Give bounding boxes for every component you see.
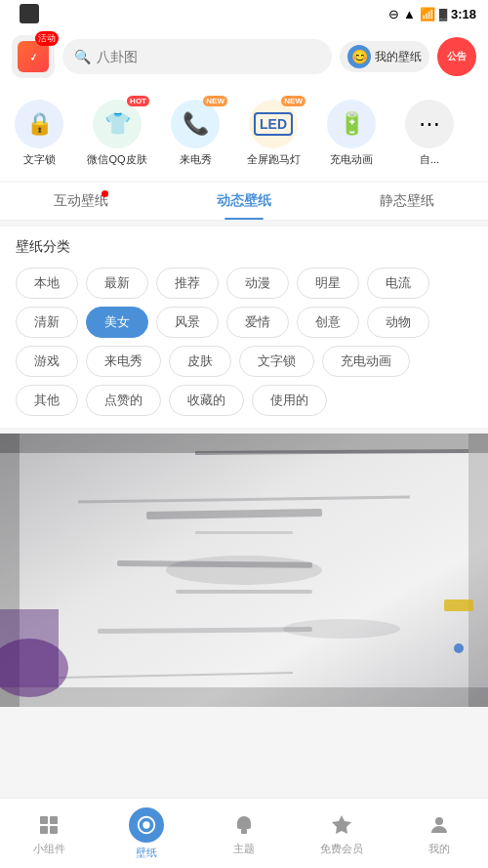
nav-mine[interactable]: 我的 <box>390 811 488 856</box>
announce-label: 公告 <box>447 50 467 63</box>
nav-wallpaper-label: 壁纸 <box>136 846 157 860</box>
svg-rect-20 <box>50 816 58 824</box>
svg-rect-4 <box>468 434 488 707</box>
cat-charge[interactable]: 🔋 充电动画 <box>312 96 390 171</box>
tag-star[interactable]: 明星 <box>297 268 359 299</box>
svg-point-25 <box>435 817 443 825</box>
tab-interactive[interactable]: 互动壁纸 <box>0 183 163 220</box>
tag-electric[interactable]: 电流 <box>367 268 429 299</box>
user-button[interactable]: 😊 我的壁纸 <box>340 41 429 72</box>
svg-rect-12 <box>444 599 473 611</box>
theme-icon <box>230 811 258 839</box>
nav-widget-label: 小组件 <box>33 842 65 856</box>
cat-lock[interactable]: 🔒 文字锁 <box>0 96 78 171</box>
svg-rect-11 <box>0 609 59 687</box>
nav-wallpaper[interactable]: 壁纸 <box>98 807 195 860</box>
tag-scenery[interactable]: 风景 <box>156 307 219 338</box>
tag-creative[interactable]: 创意 <box>297 307 359 338</box>
tab-static[interactable]: 静态壁纸 <box>325 183 488 220</box>
vip-icon <box>328 811 355 839</box>
tags-grid: 本地 最新 推荐 动漫 明星 电流 清新 美女 风景 爱情 创意 动物 游戏 来… <box>16 268 472 416</box>
logo-box[interactable]: ✓ 活动 <box>12 35 55 78</box>
battery-icon: ▓ <box>439 8 447 20</box>
svg-point-13 <box>454 643 464 653</box>
svg-point-23 <box>142 821 149 828</box>
status-bar: ⊖ ▲ 📶 ▓ 3:18 <box>0 0 488 27</box>
wifi-icon: ▲ <box>403 7 416 21</box>
announce-button[interactable]: 公告 <box>437 37 476 76</box>
tag-newest[interactable]: 最新 <box>86 268 148 299</box>
tag-love[interactable]: 爱情 <box>226 307 289 338</box>
nav-mine-label: 我的 <box>428 842 450 856</box>
tab-dynamic[interactable]: 动态壁纸 <box>163 183 326 220</box>
signal-icon: 📶 <box>420 7 435 21</box>
cat-led[interactable]: LED NEW 全屏跑马灯 <box>234 96 312 171</box>
search-icon: 🔍 <box>74 49 91 64</box>
search-input[interactable] <box>97 49 320 64</box>
user-avatar: 😊 <box>347 45 371 68</box>
section-title: 壁纸分类 <box>16 238 472 256</box>
user-label: 我的壁纸 <box>375 49 422 65</box>
tag-liked[interactable]: 点赞的 <box>86 385 161 416</box>
tag-collected[interactable]: 收藏的 <box>169 385 244 416</box>
cat-wechat[interactable]: 👕 HOT 微信QQ皮肤 <box>78 96 156 171</box>
wallpaper-icon <box>129 807 164 843</box>
category-row: 🔒 文字锁 👕 HOT 微信QQ皮肤 📞 NEW 来电秀 LED NEW 全屏跑… <box>0 86 488 181</box>
svg-rect-22 <box>50 826 58 834</box>
new-badge-call: NEW <box>203 96 227 106</box>
bottom-nav: 小组件 壁纸 主题 免费会员 <box>0 798 488 868</box>
svg-rect-24 <box>241 829 247 834</box>
tag-wordlock[interactable]: 文字锁 <box>239 346 314 377</box>
tag-fresh[interactable]: 清新 <box>16 307 78 338</box>
tag-recommend[interactable]: 推荐 <box>156 268 219 299</box>
svg-rect-9 <box>195 531 293 534</box>
nav-widget[interactable]: 小组件 <box>0 811 98 856</box>
logo-badge: 活动 <box>35 31 59 46</box>
widget-icon <box>35 811 62 839</box>
tabs-bar: 互动壁纸 动态壁纸 静态壁纸 <box>0 183 488 221</box>
nav-theme[interactable]: 主题 <box>195 811 293 856</box>
svg-point-18 <box>283 619 400 639</box>
hot-badge: HOT <box>127 96 149 106</box>
tag-beauty[interactable]: 美女 <box>86 307 148 338</box>
svg-point-17 <box>166 556 322 585</box>
svg-line-16 <box>195 451 468 453</box>
tag-anime[interactable]: 动漫 <box>226 268 289 299</box>
dnd-icon: ⊖ <box>388 7 399 21</box>
tag-animal[interactable]: 动物 <box>367 307 429 338</box>
search-bar[interactable]: 🔍 <box>62 39 332 74</box>
svg-rect-2 <box>0 687 488 707</box>
status-time: 3:18 <box>451 7 476 21</box>
cat-call[interactable]: 📞 NEW 来电秀 <box>156 96 234 171</box>
new-badge-led: NEW <box>281 96 305 106</box>
nav-vip-label: 免费会员 <box>320 842 363 856</box>
tag-callshow[interactable]: 来电秀 <box>86 346 161 377</box>
preview-svg <box>0 434 488 707</box>
tag-charge-anim[interactable]: 充电动画 <box>322 346 410 377</box>
nav-theme-label: 主题 <box>233 842 255 856</box>
tag-game[interactable]: 游戏 <box>16 346 78 377</box>
nav-vip[interactable]: 免费会员 <box>293 811 390 856</box>
tag-other[interactable]: 其他 <box>16 385 78 416</box>
preview-area[interactable] <box>0 434 488 707</box>
tag-used[interactable]: 使用的 <box>252 385 327 416</box>
svg-rect-19 <box>40 816 48 824</box>
tag-local[interactable]: 本地 <box>16 268 78 299</box>
status-icons: ⊖ ▲ 📶 ▓ 3:18 <box>388 7 476 21</box>
cat-more[interactable]: ⋯ 自... <box>390 96 468 171</box>
mine-icon <box>426 811 453 839</box>
svg-rect-7 <box>176 590 312 594</box>
tag-skin[interactable]: 皮肤 <box>169 346 231 377</box>
svg-rect-21 <box>40 826 48 834</box>
header: ✓ 活动 🔍 😊 我的壁纸 公告 <box>0 27 488 86</box>
wallpaper-section: 壁纸分类 本地 最新 推荐 动漫 明星 电流 清新 美女 风景 爱情 创意 动物… <box>0 227 488 428</box>
